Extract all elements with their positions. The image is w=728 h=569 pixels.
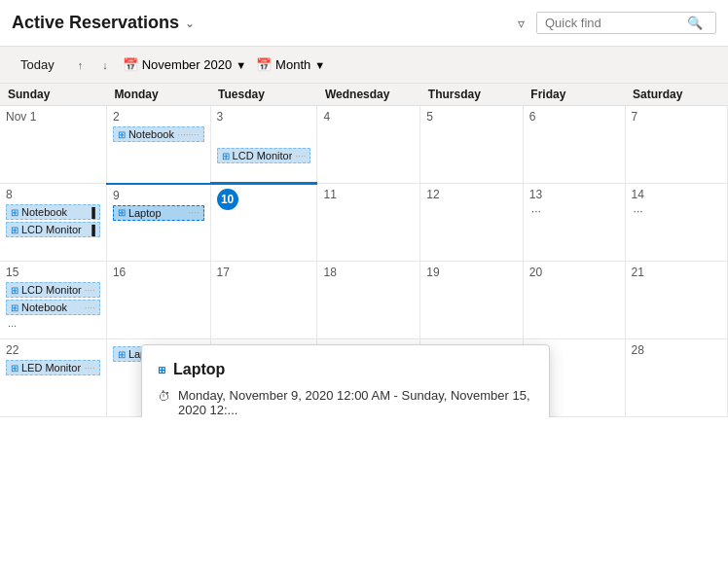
day-17: 17 <box>210 262 317 339</box>
event-label: LCD Monitor <box>21 284 82 296</box>
day-number: 21 <box>632 266 721 279</box>
popup-title-text: Laptop <box>173 361 225 378</box>
toolbar: Today ↑ ↓ 📅 November 2020 ▼ 📅 Month ▼ <box>0 47 728 84</box>
event-label: Notebook <box>128 128 174 140</box>
day-5: 5 <box>420 106 523 184</box>
day-number: 20 <box>529 266 619 279</box>
day-9: 9 ⊞Laptop···· <box>106 184 210 262</box>
day-3: 3 ⊞LCD Monitor···· <box>210 106 317 184</box>
day-21: 21 <box>625 262 727 339</box>
search-icon: 🔍 <box>687 16 703 30</box>
today-badge: 10 <box>217 189 238 210</box>
header-saturday: Saturday <box>625 84 727 106</box>
event-icon: ⊞ <box>11 285 18 296</box>
event-label: Notebook <box>21 302 67 313</box>
popup-date-row: ⏱ Monday, November 9, 2020 12:00 AM - Su… <box>158 388 533 417</box>
day-number: 15 <box>6 266 100 279</box>
day-28: 28 <box>625 339 727 417</box>
view-selector[interactable]: 📅 Month ▼ <box>256 57 325 72</box>
nav-down-icon[interactable]: ↓ <box>97 56 113 74</box>
day-headers-row: Sunday Monday Tuesday Wednesday Thursday… <box>0 84 728 106</box>
day-18: 18 <box>317 262 420 339</box>
header-thursday: Thursday <box>420 84 523 106</box>
event-icon: ⊞ <box>222 151 230 161</box>
day-number: 16 <box>113 266 204 279</box>
popup-date-range: Monday, November 9, 2020 12:00 AM - Sund… <box>178 388 533 417</box>
view-icon: 📅 <box>256 57 272 72</box>
page-title: Active Reservations <box>12 13 179 33</box>
search-input[interactable] <box>545 16 681 30</box>
day-14: 14 ··· <box>625 184 727 262</box>
popup-clock-icon: ⏱ <box>158 389 170 404</box>
search-box: 🔍 <box>536 12 716 34</box>
nav-up-icon[interactable]: ↑ <box>73 56 89 74</box>
more-events-dots[interactable]: ··· <box>634 204 721 218</box>
today-button[interactable]: Today <box>12 53 63 76</box>
day-number: 8 <box>6 188 100 201</box>
event-icon: ⊞ <box>11 207 18 218</box>
day-number: 17 <box>217 266 311 279</box>
day-8: 8 ⊞Notebook▐ ⊞LCD Monitor▐ <box>0 184 106 262</box>
event-lcd-w2[interactable]: ⊞LCD Monitor▐ <box>6 222 100 237</box>
date-label: November 2020 <box>142 57 233 72</box>
event-icon: ⊞ <box>118 207 126 218</box>
day-number: 7 <box>632 110 721 124</box>
more-events-dots[interactable]: ··· <box>531 204 619 218</box>
event-label: Notebook <box>21 206 67 218</box>
event-icon: ⊞ <box>11 363 18 373</box>
popup-title: ⊞ Laptop <box>158 361 533 378</box>
filter-icon[interactable]: ▿ <box>514 12 528 35</box>
day-nov1: Nov 1 <box>0 106 106 184</box>
event-laptop-selected[interactable]: ⊞Laptop···· <box>113 205 204 221</box>
title-chevron-icon[interactable]: ⌄ <box>185 17 195 30</box>
event-lcd-w3[interactable]: ⊞LCD Monitor···· <box>6 282 100 298</box>
day-number: 11 <box>323 188 414 201</box>
day-22: 22 ⊞LED Monitor···· <box>0 339 106 417</box>
calendar-container: Sunday Monday Tuesday Wednesday Thursday… <box>0 84 728 417</box>
day-6: 6 <box>523 106 625 184</box>
event-icon: ⊞ <box>11 225 18 235</box>
event-notebook-w3[interactable]: ⊞Notebook···· <box>6 300 100 315</box>
day-number: 5 <box>426 110 516 124</box>
header-monday: Monday <box>106 84 210 106</box>
week-row: 8 ⊞Notebook▐ ⊞LCD Monitor▐ 9 ⊞Laptop····… <box>0 184 728 262</box>
day-4: 4 <box>317 106 420 184</box>
event-notebook-w2[interactable]: ⊞Notebook▐ <box>6 204 100 220</box>
day-number: 14 <box>632 188 721 201</box>
view-chevron-icon: ▼ <box>314 59 325 71</box>
day-10-today: 10 <box>210 184 317 262</box>
top-right-actions: ▿ 🔍 <box>514 12 716 35</box>
event-led-monitor[interactable]: ⊞LED Monitor···· <box>6 360 100 375</box>
day-number: 3 <box>217 110 311 124</box>
title-area: Active Reservations ⌄ <box>12 13 195 33</box>
day-7: 7 <box>625 106 727 184</box>
day-16: 16 <box>106 262 210 339</box>
calendar-icon: 📅 <box>123 57 138 72</box>
more-link[interactable]: ... <box>6 317 100 329</box>
day-20: 20 <box>523 262 625 339</box>
day-number: 12 <box>426 188 516 201</box>
event-detail-popup: ⊞ Laptop ⏱ Monday, November 9, 2020 12:0… <box>141 344 550 417</box>
day-number: 9 <box>113 189 204 202</box>
day-number: Nov 1 <box>6 110 100 124</box>
week-row: Nov 1 2 ⊞Notebook········ 3 ⊞LCD Monitor… <box>0 106 728 184</box>
day-2: 2 ⊞Notebook········ <box>106 106 210 184</box>
date-chevron-icon: ▼ <box>236 59 246 71</box>
date-selector[interactable]: 📅 November 2020 ▼ <box>123 57 246 72</box>
event-notebook[interactable]: ⊞Notebook········ <box>113 126 204 142</box>
day-15: 15 ⊞LCD Monitor···· ⊞Notebook···· ... <box>0 262 106 339</box>
day-number: 18 <box>323 266 414 279</box>
day-number: 10 <box>217 189 311 210</box>
event-label: Laptop <box>128 207 162 219</box>
day-number: 28 <box>632 343 721 357</box>
event-icon: ⊞ <box>118 129 126 140</box>
top-bar: Active Reservations ⌄ ▿ 🔍 <box>0 0 728 47</box>
popup-item-icon: ⊞ <box>158 365 165 375</box>
event-label: LED Monitor <box>21 362 81 373</box>
event-lcd-monitor[interactable]: ⊞LCD Monitor···· <box>217 148 311 163</box>
event-icon: ⊞ <box>118 349 126 360</box>
event-icon: ⊞ <box>11 302 18 313</box>
day-number: 2 <box>113 110 204 124</box>
week-row: 15 ⊞LCD Monitor···· ⊞Notebook···· ... 16… <box>0 262 728 339</box>
day-number: 22 <box>6 343 100 357</box>
